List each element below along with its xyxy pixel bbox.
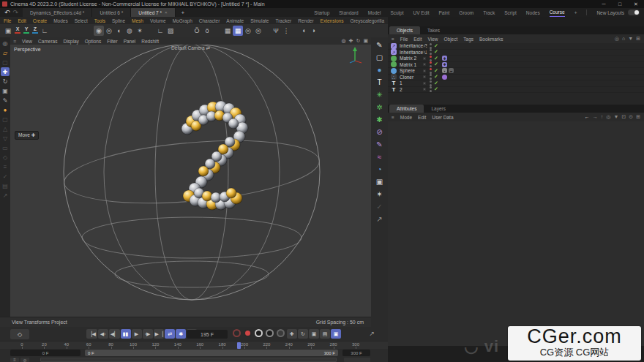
scale-tool-icon[interactable]: ▣ [1,86,10,95]
magnet-icon[interactable]: ⋮ [281,26,291,36]
om-menu-bookmarks[interactable]: Bookmarks [479,37,503,42]
live-selection-icon[interactable]: ▱ [1,48,10,57]
frame-icon[interactable]: ▣ [3,26,13,36]
range-slider[interactable]: 0 F 300 F [85,350,338,356]
environment-icon[interactable]: ◔ [373,164,386,175]
deformer-icon[interactable]: ≈ [373,151,386,162]
om-menu-edit[interactable]: Edit [413,37,422,42]
vp-menu-filter[interactable]: Filter [107,39,117,44]
enabled-check-icon[interactable]: ✓ [434,68,438,74]
tab-takes[interactable]: Takes [420,26,447,34]
viewport-menu-icon[interactable]: ≡ [13,39,16,44]
visibility-dots[interactable] [430,43,432,49]
visibility-dots[interactable] [430,86,432,92]
viewport-solo-icon[interactable]: ↗ [1,191,10,200]
loop-button[interactable]: ⇄ [165,329,175,339]
layer-color-chip[interactable] [423,69,426,72]
object-mode-icon[interactable]: ◎ [104,26,114,36]
snap-settings-icon[interactable]: ▤ [1,181,10,190]
vp-menu-redshift[interactable]: Redshift [141,39,159,44]
autokey-ghost-button[interactable] [233,329,241,337]
vp-sync-icon[interactable]: ↻ [356,38,361,44]
om-home-icon[interactable]: ⌂ [622,36,625,42]
object-row-sphere[interactable]: Sphere✓◗▰ [388,68,644,75]
attr-search-icon[interactable]: ◎ [606,114,610,120]
vp-menu-options[interactable]: Options [85,39,101,44]
object-row-cloner[interactable]: ∴Cloner✓ [388,75,644,81]
vp-maximize-icon[interactable]: ▣ [363,38,368,44]
document-tab-untitled-6[interactable]: Untitled 6 * [92,8,131,17]
model-mode-icon[interactable]: ◉ [94,26,104,36]
layer-color-chip[interactable] [423,45,426,48]
menu-extensions[interactable]: Extensions [321,18,344,23]
tab-objects[interactable]: Objects [389,26,420,34]
object-row-1[interactable]: T1✓ [388,80,644,87]
enable-icon[interactable]: ✓ [1,172,10,181]
animation-mode-icon[interactable]: ✶ [135,26,145,36]
layout-tab-paint[interactable]: Paint [439,9,450,17]
attr-popout-icon[interactable]: ⊞ [636,114,640,120]
autokey-button[interactable] [266,329,274,337]
om-menu-file[interactable]: File [400,37,408,42]
rectangle-selection-icon[interactable]: ▢ [1,58,10,67]
enabled-check-icon[interactable]: ✓ [434,61,438,67]
visibility-dots[interactable] [430,74,432,80]
track-menu-icon[interactable]: ≡ [10,358,19,362]
layout-tab-standard[interactable]: Standard [339,9,358,17]
timeline-track-bar[interactable] [40,358,337,362]
object-name[interactable]: 2 [400,87,402,92]
enabled-check-icon[interactable]: ✓ [434,43,438,49]
om-search-icon[interactable]: ◎ [615,36,619,42]
purple-plus-tag-icon[interactable]: ✚ [442,56,447,61]
object-name[interactable]: 1 [400,80,402,86]
enabled-check-icon[interactable]: ✓ [434,56,438,61]
maximize-button[interactable]: □ [612,0,628,8]
attr-menu-edit[interactable]: Edit [418,115,426,120]
layer-color-chip[interactable] [423,57,426,60]
record-scale-button[interactable]: ▣ [309,329,319,339]
minimize-button[interactable]: ─ [596,0,612,8]
layout-tab-nodes[interactable]: Nodes [526,9,540,17]
object-row-matrix-1[interactable]: Matrix 1✓✚ [388,62,644,69]
menu-mesh[interactable]: Mesh [132,18,143,23]
enabled-check-icon[interactable]: ✓ [434,49,438,55]
next-key-button[interactable]: ◦▶ [143,329,153,339]
object-name[interactable]: Sphere [400,68,415,73]
workplane-mode-icon[interactable]: ◍ [124,26,135,36]
record-position-button[interactable]: ✚ [287,329,297,339]
layout-toggle[interactable] [628,10,640,15]
goto-end-button[interactable]: ▶▕ [154,329,165,339]
layout-tab-script[interactable]: Script [504,9,517,17]
texture-icon[interactable]: ≡ [1,162,10,171]
texture-mode-icon[interactable]: ◐ [114,26,124,36]
timeline-ruler[interactable]: 0204060801001201401601802002202402602803… [0,341,388,349]
enabled-check-icon[interactable]: ✓ [434,86,438,92]
visibility-dots[interactable] [430,49,432,55]
add-layout-button[interactable]: + [574,9,577,17]
viewport[interactable]: ≡ ViewCamerasDisplayOptionsFilterPanelRe… [10,37,371,317]
mirror-icon[interactable]: Ψ [271,26,281,36]
current-frame-field[interactable]: 195 F [187,330,228,339]
play-mode-button[interactable]: ✱ [176,329,186,339]
timeline-expand-icon[interactable]: ↗ [369,330,375,337]
quantize-icon[interactable]: ▦ [233,26,243,36]
cloner-icon[interactable]: ✳ [373,89,386,100]
menu-select[interactable]: Select [75,18,88,23]
layer-color-chip[interactable] [423,88,426,91]
layer-color-chip[interactable] [423,82,426,85]
keyframe-stop-button[interactable] [255,329,263,337]
play-button[interactable]: ▶ [132,329,142,339]
axis-mode-icon[interactable]: ◇ [1,153,10,162]
document-tab-dynamics-effectors-c4d[interactable]: Dynamics_Effectors.c4d * [23,8,92,17]
menu-create[interactable]: Create [33,18,48,23]
field-icon[interactable]: ⊘ [373,127,386,137]
close-button[interactable]: ✕ [628,0,644,8]
undo-icon[interactable]: ↶ [4,9,10,16]
om-menu-tags[interactable]: Tags [463,37,473,42]
attr-menu-user-data[interactable]: User Data [432,115,453,120]
range-start-field[interactable]: 0 F [10,350,80,356]
prev-key-button[interactable]: ◀◦ [98,329,108,339]
attr-up-icon[interactable]: ↑ [601,114,604,120]
menu-animate[interactable]: Animate [226,18,244,23]
keyframe-diamond-button[interactable]: ◇ [10,329,29,339]
